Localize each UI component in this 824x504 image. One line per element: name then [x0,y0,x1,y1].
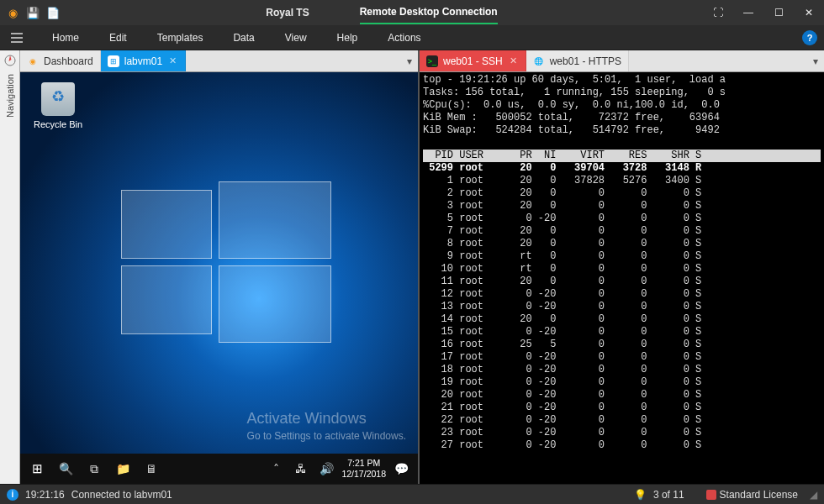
rdp-client-icon[interactable]: 🖥 [141,459,161,479]
info-icon: i [7,489,18,501]
menubar: Home Edit Templates Data View Help Actio… [0,25,824,50]
app-icon: ◉ [5,5,20,20]
rdp-desktop[interactable]: Recycle Bin Activate Windows Go to Setti… [20,72,418,484]
network-icon[interactable]: 🖧 [291,459,311,479]
recycle-bin-label: Recycle Bin [34,119,82,129]
search-icon[interactable]: 🔍 [55,459,76,479]
ssh-terminal[interactable]: top - 19:21:26 up 60 days, 5:01, 1 user,… [420,72,824,484]
license-badge[interactable]: Standard License [706,489,798,501]
close-icon[interactable]: ✕ [508,55,519,66]
globe-icon: 🌐 [533,55,545,67]
window-close[interactable]: ✕ [794,0,824,25]
left-tabstrip: ◉ Dashboard ⊞ labvm01 ✕ ▾ [20,50,418,72]
statusbar: i 19:21:16 Connected to labvm01 💡 3 of 1… [0,484,824,504]
menu-help[interactable]: Help [322,25,373,50]
navigation-panel[interactable]: Navigation [0,50,20,484]
windows-logo-wallpaper [121,190,331,349]
file-explorer-icon[interactable]: 📁 [113,459,133,479]
navigation-label: Navigation [5,74,15,118]
titlebar: ◉ 💾 📄 Royal TS Remote Desktop Connection… [0,0,824,25]
focus-mode-icon[interactable]: ⛶ [703,0,733,25]
resize-grip-icon[interactable]: ◢ [810,489,817,501]
menu-edit[interactable]: Edit [94,25,142,50]
tab-ssh-label: web01 - SSH [443,55,503,67]
tab-web01-ssh[interactable]: >_ web01 - SSH ✕ [420,50,526,71]
taskbar-clock[interactable]: 7:21 PM 12/17/2018 [341,458,386,479]
right-tabstrip: >_ web01 - SSH ✕ 🌐 web01 - HTTPS ▾ [420,50,824,72]
rdp-icon: ⊞ [108,55,119,67]
status-message: Connected to labvm01 [71,489,172,501]
save-icon[interactable]: 💾 [25,5,40,20]
window-maximize[interactable]: ☐ [763,0,794,25]
recycle-bin-icon [41,82,75,116]
menu-templates[interactable]: Templates [142,25,219,50]
tab-web01-https[interactable]: 🌐 web01 - HTTPS [526,50,629,71]
recycle-bin[interactable]: Recycle Bin [29,82,87,129]
right-pane: >_ web01 - SSH ✕ 🌐 web01 - HTTPS ▾ top -… [420,50,824,484]
start-button[interactable]: ⊞ [27,459,47,479]
tab-https-label: web01 - HTTPS [550,55,621,67]
dashboard-icon: ◉ [27,55,39,67]
left-pane: ◉ Dashboard ⊞ labvm01 ✕ ▾ Recycle Bin [20,50,420,484]
active-connection-title: Remote Desktop Connection [360,6,498,19]
tab-dashboard-label: Dashboard [44,55,93,67]
file-menu-icon[interactable] [7,28,27,48]
notifications-icon[interactable]: 💬 [391,459,411,479]
menu-actions[interactable]: Actions [372,25,436,50]
tray-chevron-icon[interactable]: ˄ [266,459,286,479]
menu-view[interactable]: View [270,25,322,50]
status-pager[interactable]: 3 of 11 [653,489,684,501]
help-icon[interactable]: ? [802,30,817,45]
tab-dropdown[interactable]: ▾ [401,50,418,71]
license-icon [706,490,716,500]
window-minimize[interactable]: — [733,0,763,25]
volume-icon[interactable]: 🔊 [316,459,336,479]
tab-dashboard[interactable]: ◉ Dashboard [20,50,101,71]
navigation-icon [3,54,17,67]
windows-taskbar[interactable]: ⊞ 🔍 ⧉ 📁 🖥 ˄ 🖧 🔊 7:21 PM 12/17/2018 💬 [20,454,418,484]
menu-home[interactable]: Home [37,25,94,50]
tab-labvm01-label: labvm01 [124,55,162,67]
status-time: 19:21:16 [25,489,65,501]
app-title: Royal TS [266,7,309,18]
new-doc-icon[interactable]: 📄 [45,5,61,20]
tab-dropdown[interactable]: ▾ [807,50,824,71]
menu-data[interactable]: Data [218,25,269,50]
ssh-icon: >_ [426,55,438,67]
lightbulb-icon[interactable]: 💡 [634,489,647,501]
tab-labvm01[interactable]: ⊞ labvm01 ✕ [101,50,186,71]
activate-windows-watermark: Activate Windows Go to Settings to activ… [247,408,406,444]
close-icon[interactable]: ✕ [167,55,178,66]
task-view-icon[interactable]: ⧉ [84,459,104,479]
